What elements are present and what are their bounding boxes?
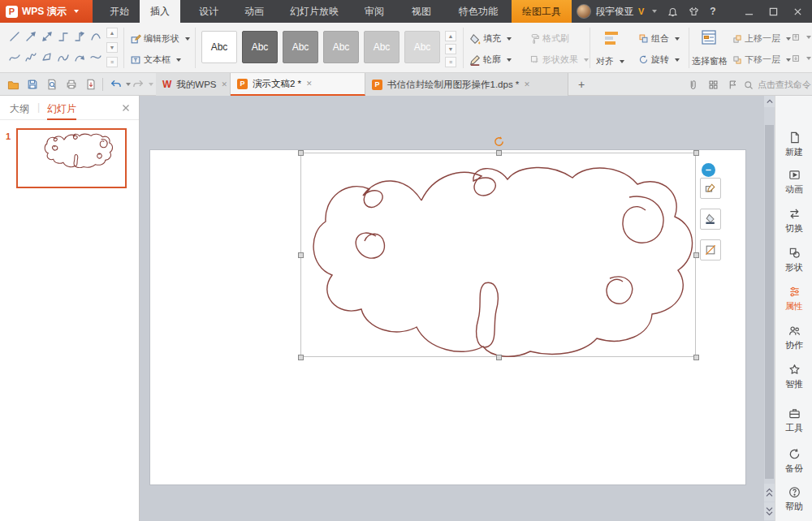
menu-tab-drawing-tools[interactable]: 绘图工具 — [512, 0, 572, 23]
shape-selection-box[interactable] — [300, 153, 696, 357]
next-slide-button[interactable] — [764, 502, 775, 520]
selection-handle-top-left[interactable] — [298, 150, 304, 156]
sidebar-item-backup[interactable]: 备份 — [775, 448, 812, 475]
align-button[interactable]: 对齐 — [596, 55, 624, 67]
styles-scroll-up-button[interactable]: ▲ — [445, 31, 456, 41]
sidebar-item-transition[interactable]: 切换 — [775, 208, 812, 235]
selection-handle-bottom-right[interactable] — [693, 355, 699, 360]
quick-style-button[interactable] — [700, 178, 721, 199]
selection-handle-middle-right[interactable] — [693, 252, 699, 258]
scribble-drawing[interactable] — [301, 153, 697, 358]
gallery-scroll-up-button[interactable]: ▲ — [106, 28, 118, 38]
styles-more-button[interactable]: ≡ — [445, 57, 456, 67]
menu-tab-design[interactable]: 设计 — [188, 0, 229, 23]
fill-button[interactable]: 填充 — [469, 32, 512, 45]
shape-style-5[interactable]: Abc — [364, 31, 400, 63]
selection-handle-top-middle[interactable] — [496, 150, 502, 156]
shape-freeform-icon[interactable] — [39, 48, 55, 67]
user-name[interactable]: 段宇俊亚 — [596, 6, 633, 18]
open-file-icon[interactable] — [6, 78, 19, 91]
menu-tab-animation[interactable]: 动画 — [234, 0, 274, 23]
shape-scribble-icon[interactable] — [55, 48, 71, 67]
command-search-box[interactable]: 点击查找命令 — [744, 79, 811, 91]
shape-squiggle-icon[interactable] — [23, 48, 39, 67]
maximize-button[interactable] — [763, 0, 783, 23]
menu-tab-view[interactable]: 视图 — [401, 0, 442, 23]
collapse-quick-toolbar-button[interactable] — [702, 163, 715, 177]
shape-wave-icon[interactable] — [88, 48, 104, 67]
close-tab-icon[interactable]: ✕ — [524, 81, 530, 88]
menu-tab-home[interactable]: 开始 — [99, 0, 140, 23]
shape-double-arrow-icon[interactable] — [39, 27, 55, 46]
format-painter-button[interactable]: 格式刷 — [529, 32, 569, 45]
shape-style-2[interactable]: Abc — [242, 31, 278, 63]
shape-curve-icon[interactable] — [88, 27, 104, 46]
selection-handle-bottom-left[interactable] — [298, 355, 304, 360]
sidebar-item-properties[interactable]: 属性 — [775, 286, 812, 312]
gallery-scroll-down-button[interactable]: ▼ — [106, 42, 118, 53]
sidebar-item-animation[interactable]: 动画 — [775, 169, 812, 196]
selection-handle-middle-left[interactable] — [298, 252, 304, 258]
shape-arrow-icon[interactable] — [23, 27, 39, 46]
sidebar-item-shapes[interactable]: 形状 — [775, 247, 812, 273]
export-icon[interactable] — [84, 78, 97, 91]
shape-style-6[interactable]: Abc — [404, 31, 440, 63]
rotate-button[interactable]: 旋转 — [638, 54, 680, 66]
previous-slide-button[interactable] — [764, 484, 775, 502]
selection-handle-top-right[interactable] — [693, 150, 699, 156]
minimize-button[interactable] — [739, 0, 758, 23]
shape-style-1[interactable]: Abc — [201, 31, 237, 63]
doc-tab-presentation2[interactable]: P 演示文稿2 * ✕ — [231, 73, 365, 96]
send-to-back-button[interactable] — [791, 54, 811, 63]
undo-button[interactable] — [109, 78, 122, 91]
close-button[interactable] — [788, 0, 807, 23]
redo-dropdown-arrow-icon[interactable] — [149, 83, 153, 86]
shape-line-icon[interactable] — [6, 27, 23, 46]
shape-curved-arrow-icon[interactable] — [71, 48, 88, 67]
menu-tab-slideshow[interactable]: 幻灯片放映 — [279, 0, 349, 23]
selection-handle-bottom-middle[interactable] — [496, 355, 502, 360]
gallery-more-button[interactable]: ≡ — [106, 57, 118, 67]
clip-tabs-icon[interactable] — [687, 78, 700, 91]
doc-tab-my-wps[interactable]: W 我的WPS ✕ — [156, 73, 231, 96]
outline-button[interactable]: 轮廓 — [469, 54, 512, 66]
sidebar-item-tools[interactable]: 工具 — [775, 407, 812, 434]
send-backward-button[interactable]: 下移一层 — [732, 54, 791, 66]
menu-tab-insert[interactable]: 插入 — [140, 0, 180, 23]
shape-s-curve-icon[interactable] — [6, 48, 23, 67]
menu-tab-review[interactable]: 审阅 — [354, 0, 395, 23]
skin-theme-icon[interactable] — [684, 0, 703, 23]
save-icon[interactable] — [26, 78, 39, 91]
bring-to-front-button[interactable] — [791, 32, 811, 42]
user-dropdown-arrow-icon[interactable] — [652, 10, 657, 13]
shape-style-4[interactable]: Abc — [323, 31, 359, 63]
help-icon[interactable]: ? — [703, 0, 723, 23]
sidebar-item-help[interactable]: 帮助 — [775, 486, 812, 513]
sidebar-item-collaboration[interactable]: 协作 — [775, 325, 812, 351]
redo-button[interactable] — [132, 78, 145, 91]
slide-thumbnail[interactable] — [16, 128, 127, 188]
user-avatar[interactable] — [577, 4, 591, 19]
bring-forward-button[interactable]: 上移一层 — [732, 32, 791, 45]
notification-bell-icon[interactable] — [663, 0, 682, 23]
scroll-up-button[interactable] — [764, 96, 775, 107]
tab-slides[interactable]: 幻灯片 — [47, 102, 76, 120]
group-button[interactable]: 组合 — [638, 32, 680, 45]
doc-tab-letter-envelope[interactable]: P 书信信封绘制用图形操作1.dps * ✕ — [365, 73, 568, 96]
slide-canvas[interactable] — [140, 96, 764, 521]
new-tab-button[interactable]: + — [573, 76, 590, 93]
shape-effects-button[interactable]: 形状效果 — [529, 54, 589, 66]
scrollbar-thumb[interactable] — [765, 125, 774, 479]
print-preview-icon[interactable] — [45, 78, 58, 91]
undo-dropdown-arrow-icon[interactable] — [126, 83, 131, 86]
shape-elbow-connector-icon[interactable] — [55, 27, 71, 46]
rotate-handle-icon[interactable] — [493, 136, 505, 148]
tab-list-icon[interactable] — [706, 78, 719, 91]
quick-outline-button[interactable] — [700, 239, 721, 260]
print-icon[interactable] — [65, 78, 78, 91]
shape-elbow-arrow-icon[interactable] — [71, 27, 88, 46]
sidebar-item-smart-recommend[interactable]: 智推 — [775, 364, 812, 390]
shape-style-3[interactable]: Abc — [283, 31, 318, 63]
tab-outline[interactable]: 大纲 — [10, 102, 29, 116]
sidebar-item-new[interactable]: 新建 — [775, 131, 812, 158]
